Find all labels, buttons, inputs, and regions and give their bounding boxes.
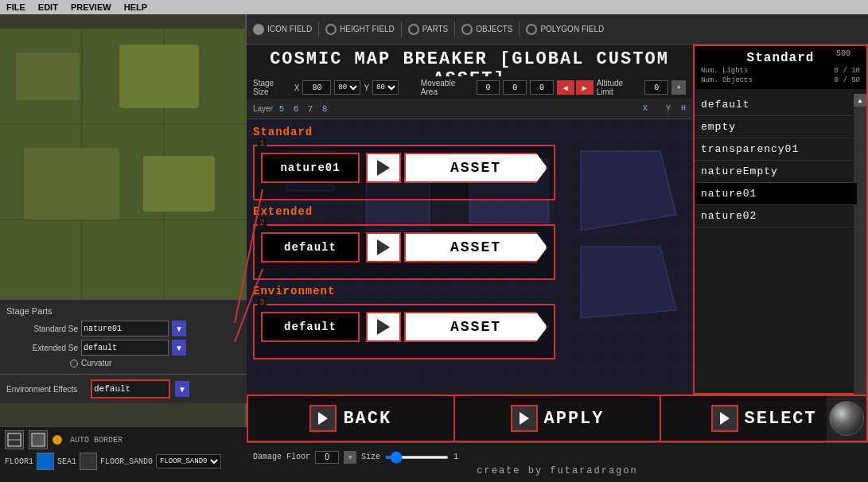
tab-polygon-field[interactable]: POLYGON FIELD	[526, 24, 604, 35]
asset-num-objects-val: 0 / 50	[835, 76, 860, 84]
size-slider[interactable]	[385, 456, 449, 459]
extended-box: 2 default ASSET	[253, 224, 555, 280]
damage-floor-input[interactable]	[315, 451, 339, 464]
extended-section: Extended 2 default ASSET	[253, 205, 555, 280]
auto-border-indicator	[53, 435, 62, 445]
menu-help[interactable]: HELP	[124, 2, 147, 12]
stage-parts-label: Stage Parts	[6, 306, 240, 316]
x-select[interactable]: 80	[334, 80, 360, 95]
sea1-label: SEA1	[57, 457, 76, 466]
standard-se-row: Standard Se ▼	[6, 321, 240, 336]
environment-play-asset: ASSET	[366, 312, 547, 342]
asset-item-nature02[interactable]: nature02	[695, 205, 857, 227]
floor-sand-select[interactable]: FLOOR_SAND0	[156, 454, 221, 468]
y-label: Y	[364, 84, 369, 92]
sphere-decoration	[829, 401, 864, 436]
environment-header: Environment	[253, 285, 555, 297]
mirror-right-btn[interactable]: ►	[576, 80, 594, 95]
moveable-x: 0	[477, 80, 500, 95]
curvatur-label: Curvatur	[81, 359, 111, 367]
altitude-input[interactable]	[644, 80, 668, 95]
tab-polygon-field-circle	[526, 24, 537, 35]
stage-size-row: Stage Size X 80 Y 80 Moveable Area 0 0 0…	[247, 76, 692, 99]
menu-bar: FILE EDIT PREVIEW HELP	[0, 0, 868, 14]
y-select[interactable]: 80	[372, 80, 399, 95]
floor1-tile-btn[interactable]	[37, 453, 54, 470]
altitude-btn[interactable]: +	[671, 80, 686, 95]
floor-sand-label: FLOOR_SAND0	[100, 457, 153, 466]
environment-play-btn[interactable]	[366, 312, 401, 342]
asset-item-nature01[interactable]: nature01	[695, 183, 857, 205]
mirror-left-btn[interactable]: ◄	[557, 80, 574, 95]
left-panel: Stage Parts Standard Se ▼ Extended Se ▼ …	[0, 14, 247, 482]
menu-preview[interactable]: PREVIEW	[71, 2, 111, 12]
moveable-area-label: Moveable Area	[421, 79, 473, 96]
extended-asset-row: default ASSET	[261, 232, 547, 262]
select-button[interactable]: SELECT	[661, 396, 866, 441]
moveable-y: 0	[503, 80, 527, 95]
asset-item-natureempty[interactable]: natureEmpty	[695, 161, 857, 183]
layers-row: Layer 5 6 7 8 X Y H	[247, 99, 692, 119]
tab-icon-field-label: ICON FIELD	[267, 25, 312, 33]
apply-button[interactable]: APPLY	[455, 396, 662, 441]
env-effects-section: Environment Effects ▼	[0, 374, 247, 403]
asset-num-objects-label: Num. Objects	[701, 76, 753, 84]
tab-height-field[interactable]: HEIGHT FIELD	[325, 24, 395, 35]
stage-size-label: Stage Size	[253, 79, 291, 96]
size-val: 1	[453, 453, 458, 461]
x-input[interactable]	[302, 80, 331, 95]
stage-parts: Stage Parts Standard Se ▼ Extended Se ▼ …	[0, 299, 247, 374]
environment-box: 3 default ASSET	[253, 304, 555, 360]
extended-asset-name[interactable]: default	[261, 232, 360, 262]
environment-section: Environment 3 default ASSET	[253, 285, 555, 360]
layer-label: Layer	[253, 104, 273, 113]
back-button[interactable]: BACK	[248, 396, 455, 441]
standard-se-input[interactable]	[81, 321, 169, 336]
damage-floor-btn[interactable]: +	[344, 451, 356, 464]
environment-asset-row: default ASSET	[261, 312, 547, 342]
asset-item-default[interactable]: default	[695, 94, 857, 116]
toolbar-divider-4	[519, 21, 520, 37]
tab-parts[interactable]: PARTS	[408, 24, 448, 35]
curvatur-radio[interactable]	[70, 360, 78, 367]
extended-box-num: 2	[258, 218, 267, 227]
tab-height-field-circle	[325, 24, 337, 35]
tab-icon-field-circle	[253, 24, 264, 35]
asset-stat-row-2: Num. Objects 0 / 50	[701, 76, 860, 84]
bg-grid: Standard 1 nature01 ASSET Extended 2 def…	[247, 119, 692, 390]
standard-box-num: 1	[258, 138, 267, 148]
standard-asset-name[interactable]: nature01	[261, 153, 360, 183]
environment-asset-name[interactable]: default	[261, 312, 360, 342]
asset-item-transparency01[interactable]: transparency01	[695, 138, 857, 161]
standard-asset-label: ASSET	[404, 153, 547, 183]
auto-border-label: AUTO BORDER	[70, 436, 123, 445]
toolbar-divider-2	[401, 21, 402, 37]
extended-se-dropdown-btn[interactable]: ▼	[172, 340, 186, 356]
tab-height-field-label: HEIGHT FIELD	[340, 25, 395, 33]
env-effects-dropdown-btn[interactable]: ▼	[175, 381, 189, 397]
env-effects-input[interactable]	[91, 379, 170, 398]
tab-objects-label: OBJECTS	[476, 25, 512, 33]
moveable-z: 0	[530, 80, 554, 95]
tab-parts-label: PARTS	[422, 25, 448, 33]
menu-edit[interactable]: EDIT	[38, 2, 58, 12]
floor-top-row: AUTO BORDER	[0, 427, 247, 453]
extended-play-btn[interactable]	[366, 232, 401, 262]
layer-8: 8	[318, 104, 331, 114]
menu-file[interactable]: FILE	[6, 2, 25, 12]
action-buttons: BACK APPLY SELECT	[247, 395, 868, 442]
standard-play-btn[interactable]	[366, 153, 401, 183]
tab-objects[interactable]: OBJECTS	[461, 24, 512, 35]
sea1-tile-btn[interactable]	[80, 453, 97, 470]
toolbar-divider-1	[318, 21, 319, 37]
extended-se-input[interactable]	[81, 340, 169, 356]
standard-asset-row: nature01 ASSET	[261, 153, 547, 183]
select-play-icon	[711, 405, 738, 432]
layer-5: 5	[275, 104, 288, 114]
standard-header: Standard	[253, 126, 555, 138]
standard-se-dropdown-btn[interactable]: ▼	[172, 321, 186, 336]
asset-item-empty[interactable]: empty	[695, 116, 857, 138]
map-canvas	[0, 29, 247, 315]
floor1-label: FLOOR1	[5, 457, 33, 466]
tab-icon-field[interactable]: ICON FIELD	[253, 24, 312, 35]
